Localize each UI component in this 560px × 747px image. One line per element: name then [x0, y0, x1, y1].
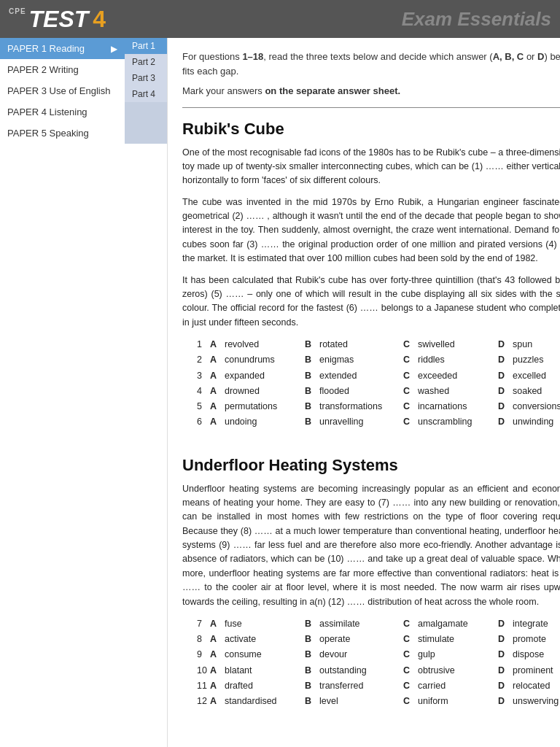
page-header: CPE TEST 4 Exam Essentials: [0, 0, 560, 38]
answer-d-word: unswerving: [513, 694, 560, 709]
answer-c-letter: C: [403, 616, 418, 632]
answer-c-letter: C: [403, 368, 418, 384]
answer-d-word: integrate: [513, 616, 560, 632]
answer-d-word: excelled: [513, 368, 560, 384]
answer-d-letter: D: [498, 368, 513, 384]
sidebar-item-speaking[interactable]: PAPER 5 Speaking: [0, 123, 125, 144]
answer-b-letter: B: [305, 399, 319, 414]
rubiks-answer-table: 1 A revolved B rotated C swivelled D spu…: [197, 337, 560, 430]
arrow-icon: ▶: [111, 44, 117, 54]
answer-c-letter: C: [403, 337, 418, 352]
answer-a-letter: A: [210, 384, 225, 399]
answer-a-letter: A: [210, 678, 225, 694]
answer-b-word: outstanding: [319, 663, 403, 678]
answer-d-word: promote: [513, 632, 560, 647]
answer-b-word: rotated: [319, 337, 403, 352]
answer-c-letter: C: [403, 352, 418, 368]
part-tab-2[interactable]: Part 2: [125, 54, 167, 70]
table-row: 1 A revolved B rotated C swivelled D spu…: [197, 337, 560, 352]
answer-d-letter: D: [498, 384, 513, 399]
answer-c-letter: C: [403, 399, 418, 414]
answer-a-word: permutations: [225, 399, 305, 414]
sidebar-label-english: PAPER 3 Use of English: [7, 85, 110, 96]
answer-c-word: washed: [418, 384, 498, 399]
sidebar-item-listening[interactable]: PAPER 4 Listening: [0, 101, 125, 123]
answer-num: 6: [197, 414, 210, 430]
exam-title: Exam Essentials: [106, 8, 551, 31]
answer-d-letter: D: [498, 694, 513, 709]
answer-a-letter: A: [210, 337, 225, 352]
part-tab-1[interactable]: Part 1: [125, 38, 167, 54]
answer-a-letter: A: [210, 663, 225, 678]
answer-a-word: drowned: [225, 384, 305, 399]
answer-d-word: relocated: [513, 678, 560, 694]
answer-num: 10: [197, 663, 210, 678]
answer-a-letter: A: [210, 694, 225, 709]
answer-num: 8: [197, 632, 210, 647]
answer-c-word: uniform: [418, 694, 498, 709]
answer-c-letter: C: [403, 678, 418, 694]
answer-b-word: flooded: [319, 384, 403, 399]
answer-d-word: spun: [513, 337, 560, 352]
sidebar-item-reading[interactable]: PAPER 1 Reading ▶: [0, 38, 125, 59]
answer-c-word: gulp: [418, 647, 498, 662]
sidebar-item-english[interactable]: PAPER 3 Use of English: [0, 80, 125, 101]
answer-b-letter: B: [305, 616, 319, 632]
sidebar-item-writing[interactable]: PAPER 2 Writing: [0, 59, 125, 80]
answer-a-word: undoing: [225, 414, 305, 430]
answer-num: 1: [197, 337, 210, 352]
answer-a-letter: A: [210, 616, 225, 632]
answer-a-letter: A: [210, 352, 225, 368]
part-tab-4[interactable]: Part 4: [125, 86, 167, 102]
answer-d-letter: D: [498, 399, 513, 414]
rubiks-para-2: The cube was invented in the mid 1970s b…: [182, 196, 560, 266]
answer-num: 5: [197, 399, 210, 414]
answer-b-letter: B: [305, 337, 319, 352]
answer-c-word: exceeded: [418, 368, 498, 384]
underfloor-para-1: Underfloor heating systems are becoming …: [182, 482, 560, 609]
table-row: 10 A blatant B outstanding C obtrusive D…: [197, 663, 560, 678]
answer-d-letter: D: [498, 647, 513, 662]
answer-a-word: drafted: [225, 678, 305, 694]
answer-a-letter: A: [210, 399, 225, 414]
part-tab-3[interactable]: Part 3: [125, 70, 167, 86]
test-number: 4: [93, 6, 106, 33]
answer-b-letter: B: [305, 368, 319, 384]
table-row: 4 A drowned B flooded C washed D soaked: [197, 384, 560, 399]
instructions-line1: For questions 1–18, read the three texts…: [182, 50, 560, 78]
main-content: For questions 1–18, read the three texts…: [168, 38, 560, 747]
answer-a-word: standardised: [225, 694, 305, 709]
answer-c-word: riddles: [418, 352, 498, 368]
answer-a-word: fuse: [225, 616, 305, 632]
underfloor-title: Underfloor Heating Systems: [182, 456, 560, 475]
sidebar: PAPER 1 Reading ▶ PAPER 2 Writing PAPER …: [0, 38, 168, 747]
answer-b-word: operate: [319, 632, 403, 647]
answer-a-letter: A: [210, 632, 225, 647]
table-row: 12 A standardised B level C uniform D un…: [197, 694, 560, 709]
table-row: 7 A fuse B assimilate C amalgamate D int…: [197, 616, 560, 632]
answer-b-letter: B: [305, 414, 319, 430]
rubiks-cube-title: Rubik's Cube: [182, 120, 560, 139]
answer-c-word: carried: [418, 678, 498, 694]
answer-a-word: activate: [225, 632, 305, 647]
main-layout: PAPER 1 Reading ▶ PAPER 2 Writing PAPER …: [0, 38, 560, 747]
answer-b-word: transformations: [319, 399, 403, 414]
answer-num: 3: [197, 368, 210, 384]
sidebar-label-listening: PAPER 4 Listening: [7, 107, 88, 117]
answer-c-letter: C: [403, 632, 418, 647]
answer-c-letter: C: [403, 384, 418, 399]
separator: [182, 107, 560, 108]
answer-a-letter: A: [210, 368, 225, 384]
answer-c-word: swivelled: [418, 337, 498, 352]
cpe-label: CPE: [9, 7, 26, 15]
answer-b-word: extended: [319, 368, 403, 384]
answer-d-letter: D: [498, 678, 513, 694]
answer-c-letter: C: [403, 414, 418, 430]
answer-b-letter: B: [305, 678, 319, 694]
answer-d-word: conversions: [513, 399, 560, 414]
answer-b-word: unravelling: [319, 414, 403, 430]
sidebar-top: PAPER 1 Reading ▶ PAPER 2 Writing PAPER …: [0, 38, 167, 144]
answer-b-word: devour: [319, 647, 403, 662]
test-label: TEST: [29, 6, 89, 33]
answer-c-word: obtrusive: [418, 663, 498, 678]
